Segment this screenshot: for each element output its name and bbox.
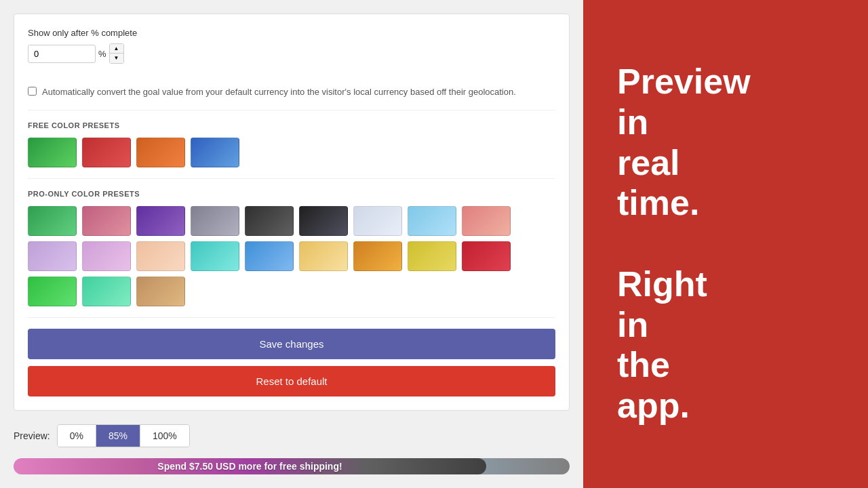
save-changes-button[interactable]: Save changes (28, 329, 555, 359)
show-after-label: Show only after % complete (28, 28, 555, 38)
checkbox-section: Automatically convert the goal value fro… (28, 75, 555, 110)
pro-swatches-container (28, 206, 555, 306)
color-swatch-pro-7[interactable] (353, 206, 402, 236)
spin-buttons: ▲ ▼ (109, 43, 124, 64)
color-swatch-pro-14[interactable] (245, 241, 294, 271)
color-swatch-pro-16[interactable] (353, 241, 402, 271)
color-swatch-pro-10[interactable] (28, 241, 77, 271)
color-swatch-pro-6[interactable] (299, 206, 348, 236)
right-panel: Preview in real time. Right in the app. (583, 0, 868, 488)
color-swatch-pro-8[interactable] (408, 206, 456, 236)
preview-85-button[interactable]: 85% (96, 425, 140, 447)
color-swatch-pro-19[interactable] (28, 277, 77, 306)
color-swatch-pro-9[interactable] (462, 206, 511, 236)
preview-buttons: 0% 85% 100% (57, 424, 190, 447)
color-swatch-pro-1[interactable] (28, 206, 77, 236)
promo-line4: time. (617, 183, 699, 222)
left-panel: Show only after % complete % ▲ ▼ Automat… (0, 0, 583, 488)
free-swatches-container (28, 138, 555, 167)
color-swatch-pro-20[interactable] (82, 277, 131, 306)
color-swatch-pro-13[interactable] (191, 241, 239, 271)
promo-line3: real (617, 143, 680, 182)
buttons-section: Save changes Reset to default (28, 318, 555, 396)
percent-input[interactable] (28, 45, 96, 63)
reset-to-default-button[interactable]: Reset to default (28, 366, 555, 396)
percent-input-wrapper: % ▲ ▼ (28, 43, 555, 64)
currency-convert-checkbox[interactable] (28, 87, 37, 96)
color-swatch-pro-15[interactable] (299, 241, 348, 271)
color-swatch-pro-17[interactable] (408, 241, 456, 271)
promo-line6: in (617, 305, 648, 344)
promo-line7: the (617, 345, 670, 384)
progress-bar-preview: Spend $7.50 USD more for free shipping! (14, 458, 570, 475)
promo-line1: Preview (617, 62, 751, 101)
free-color-presets-section: FREE COLOR PRESETS (28, 110, 555, 179)
color-swatch-pro-5[interactable] (245, 206, 294, 236)
color-swatch-free-1[interactable] (28, 138, 77, 167)
color-swatch-pro-21[interactable] (136, 277, 185, 306)
promo-text: Preview in real time. Right in the app. (617, 62, 751, 426)
spin-down-button[interactable]: ▼ (110, 54, 123, 63)
color-swatch-pro-4[interactable] (191, 206, 239, 236)
progress-bar-fill: Spend $7.50 USD more for free shipping! (14, 458, 486, 475)
pro-presets-title: PRO-ONLY COLOR PRESETS (28, 190, 555, 198)
preview-section: Preview: 0% 85% 100% (0, 411, 583, 447)
settings-card: Show only after % complete % ▲ ▼ Automat… (14, 14, 570, 411)
preview-0-button[interactable]: 0% (58, 425, 96, 447)
color-swatch-pro-3[interactable] (136, 206, 185, 236)
preview-100-button[interactable]: 100% (140, 425, 189, 447)
percent-symbol: % (98, 49, 106, 59)
checkbox-label: Automatically convert the goal value fro… (42, 85, 516, 99)
promo-line5: Right (617, 264, 707, 304)
spin-up-button[interactable]: ▲ (110, 44, 123, 54)
free-presets-title: FREE COLOR PRESETS (28, 121, 555, 129)
color-swatch-free-4[interactable] (191, 138, 239, 167)
promo-line2: in (617, 102, 648, 142)
color-swatch-pro-18[interactable] (462, 241, 511, 271)
show-after-section: Show only after % complete % ▲ ▼ (28, 28, 555, 64)
color-swatch-free-2[interactable] (82, 138, 131, 167)
color-swatch-pro-12[interactable] (136, 241, 185, 271)
preview-label: Preview: (14, 430, 50, 441)
progress-bar-text: Spend $7.50 USD more for free shipping! (157, 461, 342, 472)
promo-line8: app. (617, 386, 690, 425)
color-swatch-free-3[interactable] (136, 138, 185, 167)
pro-color-presets-section: PRO-ONLY COLOR PRESETS (28, 179, 555, 318)
color-swatch-pro-2[interactable] (82, 206, 131, 236)
color-swatch-pro-11[interactable] (82, 241, 131, 271)
